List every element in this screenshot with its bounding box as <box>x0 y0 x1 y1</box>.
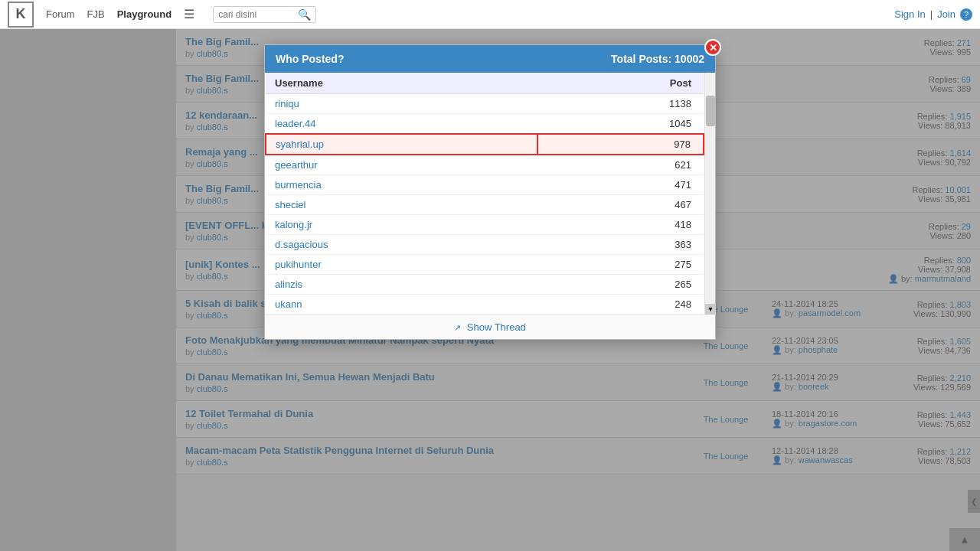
modal-table-row: d.sagacious 363 <box>266 235 704 255</box>
search-icon[interactable]: 🔍 <box>298 8 311 21</box>
join-link[interactable]: Join <box>937 8 956 20</box>
modal-table-row: geearthur 621 <box>266 155 704 175</box>
username-cell[interactable]: leader.44 <box>266 114 537 135</box>
post-count-cell: 1045 <box>537 114 704 135</box>
sign-in-link[interactable]: Sign In <box>894 8 925 20</box>
username-cell[interactable]: sheciel <box>266 195 537 215</box>
modal-body: Username Post riniqu 1138 leader.44 1045… <box>265 73 715 315</box>
top-navigation: K Forum FJB Playground ☰ 🔍 Sign In | Joi… <box>0 0 980 29</box>
modal-table-row: sheciel 467 <box>266 195 704 215</box>
who-posted-table: Username Post riniqu 1138 leader.44 1045… <box>265 73 704 315</box>
modal-table-row: leader.44 1045 <box>266 114 704 135</box>
who-posted-modal: ✕ Who Posted? Total Posts: 10002 Usernam… <box>264 44 716 340</box>
username-cell[interactable]: geearthur <box>266 155 537 175</box>
modal-table-row: burmencia 471 <box>266 175 704 195</box>
post-count-cell: 1138 <box>537 94 704 114</box>
modal-table-row: riniqu 1138 <box>266 94 704 114</box>
site-logo[interactable]: K <box>8 2 34 28</box>
post-count-cell: 363 <box>537 235 704 255</box>
scrollbar-down-button[interactable]: ▼ <box>705 304 716 315</box>
modal-footer: ↗ Show Thread <box>265 315 715 339</box>
nav-fjb[interactable]: FJB <box>87 8 105 20</box>
modal-table-row: kalong.jr 418 <box>266 215 704 235</box>
username-cell[interactable]: alinzis <box>266 275 537 295</box>
username-cell[interactable]: burmencia <box>266 175 537 195</box>
modal-overlay[interactable]: ✕ Who Posted? Total Posts: 10002 Usernam… <box>0 29 980 551</box>
search-input[interactable] <box>218 9 295 20</box>
nav-playground[interactable]: Playground <box>117 8 172 20</box>
col-post: Post <box>537 73 704 94</box>
external-link-icon: ↗ <box>454 323 461 332</box>
username-cell[interactable]: pukihunter <box>266 255 537 275</box>
username-cell[interactable]: riniqu <box>266 94 537 114</box>
scrollbar-thumb[interactable] <box>706 96 715 126</box>
modal-table-row: pukihunter 275 <box>266 255 704 275</box>
post-count-cell: 265 <box>537 275 704 295</box>
post-count-cell: 275 <box>537 255 704 275</box>
modal-close-button[interactable]: ✕ <box>704 39 721 56</box>
username-cell[interactable]: ukann <box>266 295 537 315</box>
modal-total: Total Posts: 10002 <box>611 53 704 65</box>
post-count-cell: 418 <box>537 215 704 235</box>
post-count-cell: 621 <box>537 155 704 175</box>
show-thread-link[interactable]: ↗ Show Thread <box>454 321 526 333</box>
search-box: 🔍 <box>213 6 316 23</box>
modal-table-row: ukann 248 <box>266 295 704 315</box>
auth-links: Sign In | Join ? <box>894 8 972 21</box>
post-count-cell: 248 <box>537 295 704 315</box>
modal-title: Who Posted? <box>276 53 344 65</box>
main-area: The Big Famil... by club80.s Replies: 27… <box>0 29 980 551</box>
post-count-cell: 467 <box>537 195 704 215</box>
modal-table-row: syahrial.up 978 <box>266 134 704 155</box>
modal-header: Who Posted? Total Posts: 10002 <box>265 45 715 73</box>
help-icon[interactable]: ? <box>960 8 972 21</box>
post-count-cell: 978 <box>537 134 704 155</box>
modal-scrollbar[interactable]: ▼ <box>704 73 715 315</box>
username-cell[interactable]: d.sagacious <box>266 235 537 255</box>
username-cell[interactable]: syahrial.up <box>266 134 537 155</box>
nav-forum[interactable]: Forum <box>46 8 75 20</box>
username-cell[interactable]: kalong.jr <box>266 215 537 235</box>
modal-table-row: alinzis 265 <box>266 275 704 295</box>
hamburger-icon[interactable]: ☰ <box>184 7 194 21</box>
post-count-cell: 471 <box>537 175 704 195</box>
col-username: Username <box>266 73 537 94</box>
